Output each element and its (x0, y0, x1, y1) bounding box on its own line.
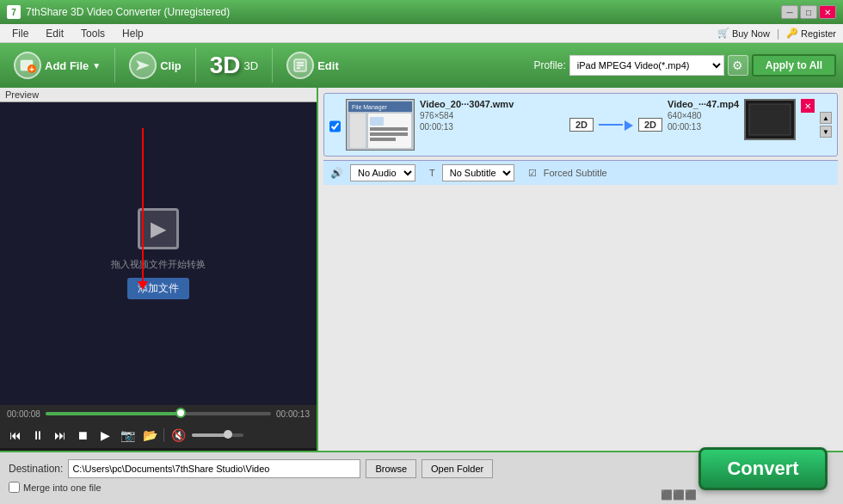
volume-thumb[interactable] (224, 430, 232, 439)
destination-label: Destination: (9, 463, 63, 475)
open-folder-ctrl-button[interactable]: 📂 (141, 427, 158, 444)
close-button[interactable]: ✕ (819, 5, 836, 19)
open-folder-button[interactable]: Open Folder (422, 459, 493, 478)
scroll-buttons: ▲ ▼ (820, 112, 832, 138)
key-icon: 🔑 (786, 28, 798, 39)
badge-2d-output: 2D (638, 118, 662, 132)
media-options: 🔊 No Audio T No Subtitle ☑ Forced Subtit… (323, 160, 838, 185)
play-button[interactable]: ▶ (96, 427, 114, 444)
svg-rect-15 (370, 138, 396, 141)
file-list-panel: File Manager Video_20···3047.wmv 976×584… (318, 88, 843, 451)
add-file-icon: + (14, 52, 41, 79)
file-item: File Manager Video_20···3047.wmv 976×584… (323, 93, 838, 157)
subtitle-select[interactable]: No Subtitle (442, 164, 514, 181)
time-start: 00:00:08 (7, 409, 40, 419)
toolbar-divider-2 (195, 48, 196, 83)
menu-edit[interactable]: Edit (37, 26, 72, 41)
3d-label: 3D (210, 53, 241, 77)
preview-panel: Preview ▶ 拖入视频文件开始转换 添加文件 00:00:08 00:00… (0, 88, 318, 451)
skip-back-button[interactable]: ⏮ (7, 427, 24, 444)
input-filename: Video_20···3047.wmv (420, 99, 564, 109)
file-meta: Video_20···3047.wmv 976×584 00:00:13 (420, 99, 564, 151)
timeline-thumb[interactable] (175, 408, 186, 418)
forced-subtitle-icon: ☑ (528, 168, 537, 179)
input-duration: 00:00:13 (420, 122, 564, 132)
preview-hint: 拖入视频文件开始转换 (111, 258, 206, 271)
maximize-button[interactable]: □ (800, 5, 817, 19)
add-file-button[interactable]: + Add File ▼ (7, 48, 108, 83)
apply-all-button[interactable]: Apply to All (752, 54, 836, 77)
remove-file-button[interactable]: ✕ (801, 99, 815, 113)
register-button[interactable]: 🔑 Register (783, 27, 840, 40)
snapshot-button[interactable]: 📷 (119, 427, 136, 444)
app-icon: 7 (7, 5, 21, 19)
3d-button[interactable]: 3D 3D (203, 50, 265, 81)
file-checkbox[interactable] (329, 102, 341, 151)
edit-icon (286, 52, 314, 79)
3d-sub-label: 3D (244, 59, 259, 72)
svg-marker-3 (136, 60, 150, 71)
profile-select[interactable]: iPad MPEG4 Video(*.mp4) (569, 55, 724, 76)
menu-bar: File Edit Tools Help 🛒 Buy Now | 🔑 Regis… (0, 24, 843, 43)
clip-icon (129, 52, 157, 79)
clip-button[interactable]: Clip (122, 48, 188, 83)
toolbar-divider-3 (272, 48, 273, 83)
timeline: 00:00:08 00:00:13 (0, 405, 317, 422)
arrow-right-icon (599, 118, 633, 132)
red-arrow (142, 128, 144, 283)
scroll-down-button[interactable]: ▼ (820, 126, 832, 138)
controls: ⏮ ⏸ ⏭ ⏹ ▶ 📷 📂 🔇 (0, 422, 317, 448)
cart-icon: 🛒 (717, 28, 729, 39)
svg-text:+: + (29, 65, 34, 74)
time-end: 00:00:13 (276, 409, 310, 419)
menu-tools[interactable]: Tools (72, 26, 114, 41)
svg-rect-14 (370, 132, 408, 136)
volume-slider[interactable] (192, 433, 243, 437)
profile-settings-button[interactable]: ⚙ (728, 55, 748, 76)
browse-button[interactable]: Browse (366, 459, 416, 478)
register-label: Register (801, 28, 836, 39)
add-file-overlay-button[interactable]: 添加文件 (127, 278, 189, 299)
stop-button[interactable]: ⏹ (74, 427, 91, 444)
svg-text:File Manager: File Manager (352, 104, 388, 111)
toolbar: + Add File ▼ Clip 3D 3D Edit (0, 43, 843, 88)
svg-rect-12 (370, 117, 384, 126)
output-duration: 00:00:13 (668, 122, 701, 132)
output-resolution: 640×480 (668, 111, 701, 120)
convert-button[interactable]: Convert (698, 447, 828, 490)
toolbar-divider-1 (114, 48, 115, 83)
volume-fill (192, 433, 228, 437)
main-content: Preview ▶ 拖入视频文件开始转换 添加文件 00:00:08 00:00… (0, 88, 843, 451)
preview-video: ▶ 拖入视频文件开始转换 添加文件 (0, 102, 317, 405)
audio-select[interactable]: No Audio (350, 164, 415, 181)
scroll-up-button[interactable]: ▲ (820, 112, 832, 124)
svg-rect-13 (370, 127, 408, 131)
minimize-button[interactable]: ─ (781, 5, 798, 19)
menu-file[interactable]: File (3, 26, 37, 41)
fast-forward-button[interactable]: ⏭ (52, 427, 69, 444)
add-file-label: Add File (45, 59, 89, 72)
buy-now-button[interactable]: 🛒 Buy Now (714, 27, 773, 40)
separator: | (777, 28, 779, 40)
output-filename: Video_···47.mp4 (668, 99, 739, 109)
buy-register-section: 🛒 Buy Now | 🔑 Register (714, 27, 840, 40)
destination-input[interactable] (68, 459, 360, 478)
timeline-track[interactable] (46, 412, 271, 415)
conversion-arrow: 2D 2D (569, 99, 662, 151)
pause-button[interactable]: ⏸ (29, 427, 46, 444)
svg-rect-10 (350, 114, 366, 148)
subtitle-text-icon: T (429, 168, 435, 178)
add-file-dropdown-arrow[interactable]: ▼ (92, 61, 101, 71)
mute-button[interactable]: 🔇 (169, 427, 187, 444)
edit-button[interactable]: Edit (280, 48, 346, 83)
merge-label: Merge into one file (23, 482, 102, 493)
menu-help[interactable]: Help (114, 26, 152, 41)
title-bar: 7 7thShare 3D Video Converter (Unregiste… (0, 0, 843, 24)
input-resolution: 976×584 (420, 111, 564, 120)
ctrl-separator (163, 428, 164, 442)
merge-checkbox[interactable] (9, 482, 20, 493)
audio-icon: 🔊 (330, 167, 343, 179)
window-controls: ─ □ ✕ (781, 5, 836, 19)
output-section: Video_···47.mp4 640×480 00:00:13 (668, 99, 739, 151)
forced-subtitle-label: Forced Subtitle (544, 168, 607, 178)
